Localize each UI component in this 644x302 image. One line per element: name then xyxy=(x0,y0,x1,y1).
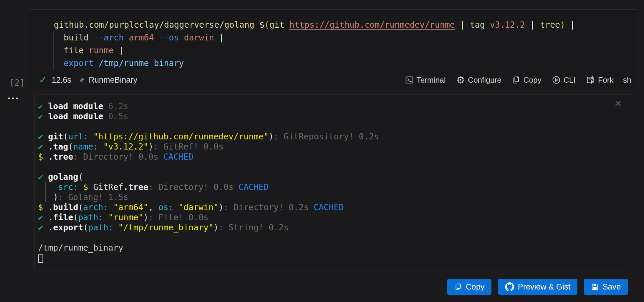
save-floppy-icon xyxy=(591,283,599,291)
configure-button[interactable]: ⚙ Configure xyxy=(456,75,501,85)
fork-label: Fork xyxy=(598,76,614,85)
cell-status-bar: ✓ 12.6s ✎ RunmeBinary Terminal ⚙ Configu… xyxy=(29,73,636,88)
copy-icon xyxy=(454,283,462,291)
code-editor[interactable]: github.com/purpleclay/daggerverse/golang… xyxy=(54,18,575,70)
more-actions-icon[interactable]: ••• xyxy=(8,95,20,102)
terminal-label: Terminal xyxy=(417,76,446,85)
cell-actions: Terminal ⚙ Configure Copy xyxy=(405,75,614,85)
output-terminal-text[interactable]: ✔ load module 6.2s✔ load module 0.5s ✔ g… xyxy=(38,101,379,263)
save-button[interactable]: Save xyxy=(584,279,628,295)
fork-button[interactable]: Fork xyxy=(586,76,614,85)
execution-count: [2] xyxy=(10,78,25,88)
cli-button[interactable]: CLI xyxy=(552,76,575,85)
preview-gist-button[interactable]: Preview & Gist xyxy=(498,279,577,295)
output-footer-actions: Copy Preview & Gist Save xyxy=(447,279,628,295)
success-check-icon: ✓ xyxy=(39,75,47,85)
runme-notebook-page: { "colors": { "accent_button_blue": "#0c… xyxy=(0,0,644,302)
language-indicator: sh xyxy=(623,76,631,85)
cell-output-panel: × ✔ load module 6.2s✔ load module 0.5s ✔… xyxy=(34,95,630,270)
cell-status-left: ✓ 12.6s ✎ RunmeBinary xyxy=(39,75,137,85)
code-cell[interactable]: github.com/purpleclay/daggerverse/golang… xyxy=(29,9,636,88)
edit-pencil-icon[interactable]: ✎ xyxy=(79,76,84,85)
copy-output-button[interactable]: Copy xyxy=(447,279,491,295)
copy-output-label: Copy xyxy=(466,282,484,292)
copy-cell-button[interactable]: Copy xyxy=(512,76,541,85)
fork-lightning-icon xyxy=(586,76,595,84)
cell-name-label[interactable]: RunmeBinary xyxy=(89,76,137,85)
github-icon xyxy=(505,282,514,291)
terminal-icon xyxy=(405,76,414,84)
execution-duration: 12.6s xyxy=(52,76,71,85)
terminal-button[interactable]: Terminal xyxy=(405,76,446,85)
cli-label: CLI xyxy=(563,76,575,85)
gear-icon: ⚙ xyxy=(456,75,465,85)
cli-play-icon xyxy=(552,76,560,84)
save-label: Save xyxy=(602,282,621,292)
copy-cell-label: Copy xyxy=(523,76,541,85)
copy-icon xyxy=(512,76,520,84)
close-output-icon[interactable]: × xyxy=(614,97,622,110)
configure-label: Configure xyxy=(468,76,502,85)
preview-gist-label: Preview & Gist xyxy=(518,282,570,292)
